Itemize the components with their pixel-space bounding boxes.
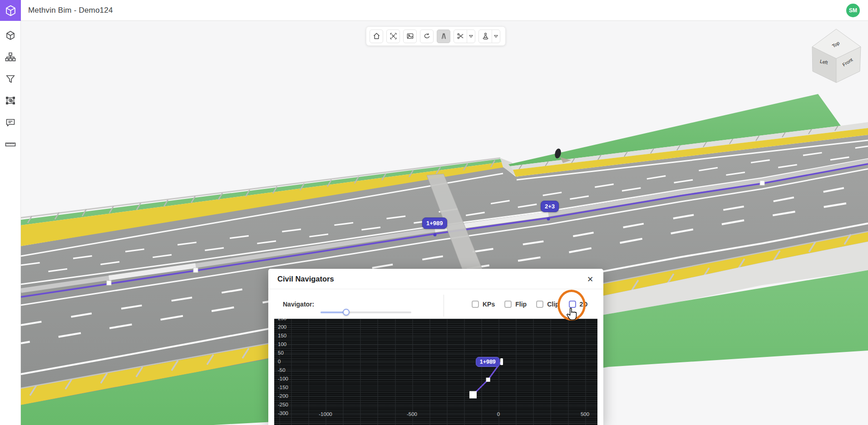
page-title: Methvin Bim - Demo124	[28, 0, 113, 21]
station-badge-2-3[interactable]: 2+3	[541, 201, 559, 212]
avatar[interactable]: SM	[846, 4, 860, 17]
y-axis-tick: -100	[278, 376, 288, 381]
section-box-icon[interactable]	[5, 95, 16, 106]
section-cut-button[interactable]	[454, 30, 475, 43]
profile-chart[interactable]: 250200150100500-50-100-150-200-250-300-1…	[274, 319, 597, 425]
app-logo[interactable]	[0, 0, 21, 21]
sidebar	[0, 21, 21, 425]
alignment-handle[interactable]	[760, 181, 764, 185]
filter-funnel-icon[interactable]	[5, 74, 16, 84]
y-axis-tick: -50	[278, 367, 286, 373]
y-axis-tick: 50	[278, 350, 284, 356]
dialog-title: Civil Navigators	[277, 275, 334, 283]
x-axis-tick: 0	[488, 411, 508, 417]
y-axis-tick: -150	[278, 385, 288, 390]
civil-navigators-dialog: Civil Navigators ✕ Navigator: KPs Flip C…	[268, 269, 603, 425]
cursor-hand-icon	[566, 308, 577, 321]
y-axis-tick: 0	[278, 359, 281, 364]
road-navigator-button[interactable]	[437, 30, 450, 43]
fit-view-button[interactable]	[386, 30, 400, 43]
checkbox-box[interactable]	[504, 301, 512, 308]
chevron-down-icon[interactable]	[492, 30, 500, 43]
y-axis-tick: 100	[278, 341, 286, 347]
checkbox-label: KPs	[483, 301, 495, 308]
x-axis-tick: -1000	[316, 411, 335, 417]
y-axis-tick: 200	[278, 324, 286, 330]
y-axis-tick: 150	[278, 333, 286, 338]
navigator-label: Navigator:	[283, 301, 314, 308]
close-icon[interactable]: ✕	[584, 273, 596, 285]
y-axis-tick: 250	[278, 319, 286, 321]
dialog-header[interactable]: Civil Navigators ✕	[268, 269, 603, 289]
y-axis-tick: -300	[278, 410, 288, 416]
profile-handle[interactable]	[469, 391, 477, 398]
viewer-toolbar	[366, 26, 506, 46]
alignment-handle[interactable]	[107, 281, 111, 285]
x-axis-tick: 500	[575, 411, 595, 417]
station-tick-marker[interactable]	[500, 358, 503, 365]
checkbox-flip[interactable]: Flip	[504, 301, 527, 308]
chevron-down-icon[interactable]	[467, 30, 475, 43]
chart-station-badge[interactable]: 1+989	[476, 357, 500, 367]
cube-logo-icon	[5, 5, 17, 17]
top-bar: Methvin Bim - Demo124 SM	[0, 0, 868, 21]
person-icon	[479, 30, 492, 43]
checkbox-box[interactable]	[472, 301, 479, 308]
navigator-slider[interactable]	[321, 309, 411, 316]
checkbox-clip[interactable]: Clip	[536, 301, 559, 308]
station-badge-1989[interactable]: 1+989	[422, 217, 447, 229]
profile-line-layer	[274, 319, 597, 425]
x-axis-tick: -500	[402, 411, 422, 417]
first-person-button[interactable]	[478, 30, 500, 43]
comments-icon[interactable]	[5, 117, 16, 128]
orbit-button[interactable]	[420, 30, 434, 43]
navigator-controls-row: Navigator: KPs Flip Clip 2D	[268, 289, 603, 319]
y-axis-tick: -200	[278, 393, 288, 399]
model-cube-icon[interactable]	[5, 30, 16, 41]
divider	[444, 295, 444, 316]
hierarchy-tree-icon[interactable]	[5, 52, 16, 63]
slider-fill	[321, 311, 346, 313]
y-axis-tick: -250	[278, 402, 288, 407]
checkbox-label: Flip	[515, 301, 527, 308]
station-dot	[547, 217, 550, 221]
slider-knob[interactable]	[343, 309, 350, 316]
station-dot	[434, 233, 437, 237]
scissors-icon	[454, 30, 467, 43]
alignment-handle[interactable]	[193, 268, 198, 272]
profile-handle[interactable]	[486, 378, 490, 382]
measure-ruler-icon[interactable]	[5, 139, 16, 150]
checkbox-box[interactable]	[536, 301, 543, 308]
home-button[interactable]	[370, 30, 383, 43]
checkbox-kps[interactable]: KPs	[472, 301, 495, 308]
snapshot-button[interactable]	[403, 30, 417, 43]
